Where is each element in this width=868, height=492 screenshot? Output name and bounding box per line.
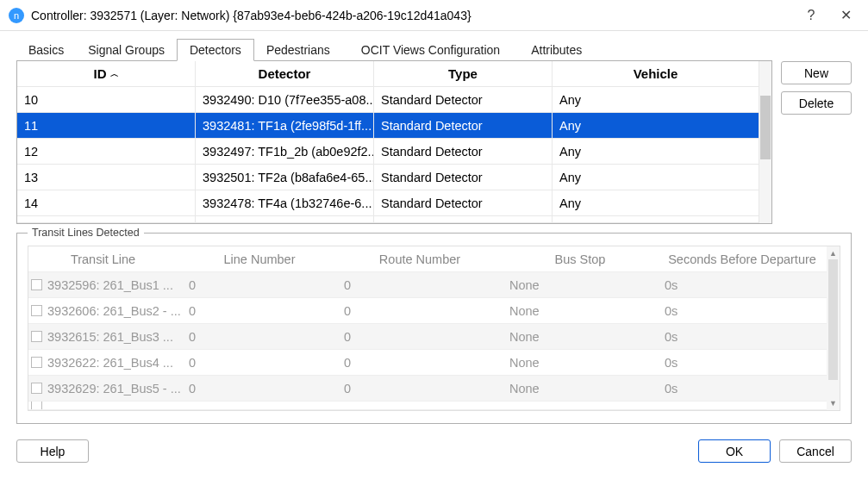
cell-type: Standard Detector <box>374 139 553 164</box>
titlebar: n Controller: 3932571 (Layer: Network) {… <box>0 0 868 31</box>
cell-vehicle: Any <box>553 165 759 190</box>
cell-route-number: 0 <box>337 376 503 401</box>
cell-vehicle: Any <box>553 139 759 164</box>
checkbox[interactable] <box>31 279 42 290</box>
cell-seconds-before: 0s <box>658 272 827 297</box>
scroll-thumb[interactable] <box>760 96 771 159</box>
list-item[interactable]: 3932596: 261_Bus1 ...00None0s <box>28 272 827 298</box>
detectors-scrollbar[interactable] <box>759 61 771 223</box>
col-bus-stop[interactable]: Bus Stop <box>503 246 658 271</box>
window-title: Controller: 3932571 (Layer: Network) {87… <box>31 9 794 22</box>
checkbox[interactable] <box>31 357 42 368</box>
tab-ocit[interactable]: OCIT Views Configuration <box>342 39 519 61</box>
col-type[interactable]: Type <box>374 61 553 86</box>
cell-line-number: 0 <box>182 272 337 297</box>
transit-scrollbar[interactable]: ▲ ▼ <box>827 246 840 410</box>
transit-line-label: 3932622: 261_Bus4 ... <box>47 356 173 370</box>
tab-pedestrians[interactable]: Pedestrians <box>254 39 342 61</box>
cell-seconds-before: 0s <box>658 324 827 349</box>
cell-detector: 3932497: TF1b_2b (ab0e92f2... <box>196 139 374 164</box>
app-icon: n <box>9 8 24 23</box>
transit-grid-header: Transit Line Line Number Route Number Bu… <box>28 246 827 272</box>
cell-detector: 3932478: TF4a (1b32746e-6... <box>196 190 374 215</box>
transit-line-label: 3932615: 261_Bus3 ... <box>47 330 173 344</box>
detectors-grid[interactable]: ID ︿ Detector Type Vehicle 103932490: D1… <box>16 60 772 224</box>
col-line-number[interactable]: Line Number <box>182 246 337 271</box>
cell-seconds-before: 0s <box>658 350 827 375</box>
list-item[interactable]: 3932606: 261_Bus2 - ...00None0s <box>28 298 827 324</box>
cell-transit-line: 3932629: 261_Bus5 - ... <box>28 376 182 401</box>
ok-button[interactable]: OK <box>698 439 771 463</box>
close-icon[interactable]: ✕ <box>828 3 863 28</box>
tab-basics[interactable]: Basics <box>16 39 76 61</box>
cell-vehicle: Any <box>553 190 759 215</box>
cell-type: Standard Detector <box>374 165 553 190</box>
table-row[interactable]: 123932497: TF1b_2b (ab0e92f2...Standard … <box>17 139 759 165</box>
cell-detector: 3932501: TF2a (b8afa6e4-65... <box>196 165 374 190</box>
new-button[interactable]: New <box>781 61 852 84</box>
col-transit-line[interactable]: Transit Line <box>28 246 182 271</box>
table-row[interactable]: 133932501: TF2a (b8afa6e4-65...Standard … <box>17 165 759 190</box>
list-item[interactable]: 3932615: 261_Bus3 ...00None0s <box>28 324 827 350</box>
delete-button[interactable]: Delete <box>781 91 852 115</box>
cell-line-number: 0 <box>182 324 337 349</box>
cell-bus-stop: None <box>503 350 658 375</box>
cell-type: Standard Detector <box>374 113 553 138</box>
col-detector[interactable]: Detector <box>196 61 374 86</box>
col-vehicle[interactable]: Vehicle <box>553 61 759 86</box>
list-item[interactable]: 3932622: 261_Bus4 ...00None0s <box>28 350 827 376</box>
table-row[interactable]: 113932481: TF1a (2fe98f5d-1ff...Standard… <box>17 113 759 139</box>
transit-line-label: 3932596: 261_Bus1 ... <box>47 278 173 292</box>
cell-id: 11 <box>17 113 196 138</box>
checkbox[interactable] <box>31 305 42 316</box>
cell-seconds-before: 0s <box>658 376 827 401</box>
cell-detector: 3932490: D10 (7f7ee355-a08... <box>196 87 374 112</box>
transit-lines-grid[interactable]: Transit Line Line Number Route Number Bu… <box>28 246 840 411</box>
checkbox[interactable] <box>31 383 42 394</box>
cell-bus-stop: None <box>503 376 658 401</box>
transit-line-label: 3932629: 261_Bus5 - ... <box>47 382 181 395</box>
col-id-label: ID <box>94 66 107 81</box>
col-id[interactable]: ID ︿ <box>17 61 196 86</box>
cell-line-number: 0 <box>182 350 337 375</box>
dialog-footer: Help OK Cancel <box>0 431 868 473</box>
sort-caret-icon: ︿ <box>110 72 119 77</box>
cell-bus-stop: None <box>503 298 658 323</box>
help-button[interactable]: Help <box>16 439 89 463</box>
transit-line-label: 3932606: 261_Bus2 - ... <box>47 304 181 318</box>
table-row-partial <box>17 216 759 223</box>
cell-id: 13 <box>17 165 196 190</box>
tab-detectors[interactable]: Detectors <box>177 39 254 61</box>
cell-line-number: 0 <box>182 298 337 323</box>
tab-signal-groups[interactable]: Signal Groups <box>76 39 177 61</box>
cell-route-number: 0 <box>337 324 503 349</box>
transit-lines-legend: Transit Lines Detected <box>28 227 144 239</box>
cell-seconds-before: 0s <box>658 298 827 323</box>
tab-attributes[interactable]: Attributes <box>519 39 594 61</box>
table-row[interactable]: 103932490: D10 (7f7ee355-a08...Standard … <box>17 87 759 113</box>
detectors-grid-header: ID ︿ Detector Type Vehicle <box>17 61 759 87</box>
cell-bus-stop: None <box>503 272 658 297</box>
transit-lines-group: Transit Lines Detected Transit Line Line… <box>16 233 852 424</box>
checkbox[interactable] <box>31 331 42 342</box>
cell-route-number: 0 <box>337 298 503 323</box>
cell-transit-line: 3932606: 261_Bus2 - ... <box>28 298 182 323</box>
checkbox[interactable] <box>31 402 42 409</box>
scroll-down-icon[interactable]: ▼ <box>828 398 838 408</box>
list-item[interactable]: 3932629: 261_Bus5 - ...00None0s <box>28 376 827 402</box>
scroll-thumb[interactable] <box>828 259 838 380</box>
cell-vehicle: Any <box>553 113 759 138</box>
cell-line-number: 0 <box>182 376 337 401</box>
cell-id: 12 <box>17 139 196 164</box>
scroll-up-icon[interactable]: ▲ <box>828 248 838 258</box>
cell-id: 10 <box>17 87 196 112</box>
col-route-number[interactable]: Route Number <box>337 246 503 271</box>
cell-detector: 3932481: TF1a (2fe98f5d-1ff... <box>196 113 374 138</box>
cell-transit-line: 3932615: 261_Bus3 ... <box>28 324 182 349</box>
help-icon[interactable]: ? <box>794 3 828 28</box>
list-item-partial <box>28 402 827 410</box>
table-row[interactable]: 143932478: TF4a (1b32746e-6...Standard D… <box>17 190 759 216</box>
cell-type: Standard Detector <box>374 190 553 215</box>
cancel-button[interactable]: Cancel <box>779 439 852 463</box>
col-seconds-before-departure[interactable]: Seconds Before Departure <box>658 246 827 271</box>
